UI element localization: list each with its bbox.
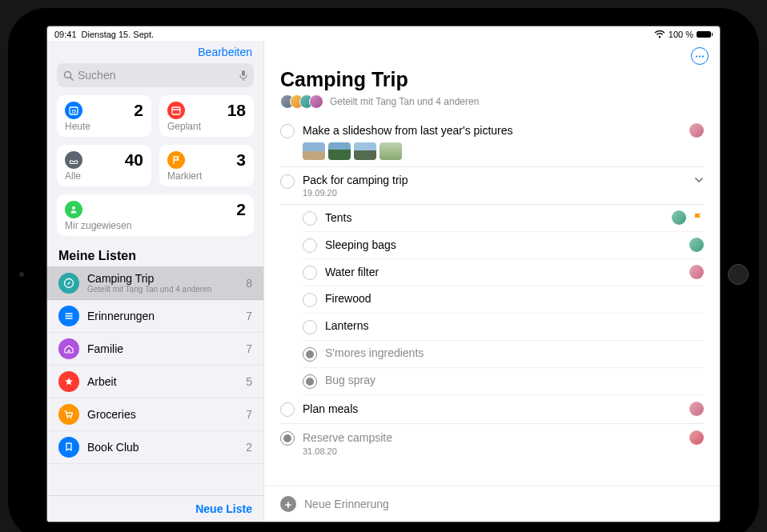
new-list-button[interactable]: Neue Liste <box>47 495 263 522</box>
sidebar-list-item[interactable]: Familie 7 <box>47 333 263 366</box>
svg-point-14 <box>696 55 697 57</box>
list-name: Erinnerungen <box>87 310 238 322</box>
list-icon <box>58 371 79 392</box>
new-reminder-button[interactable]: + Neue Erinnerung <box>264 486 720 522</box>
completion-radio[interactable] <box>303 374 317 389</box>
completion-radio[interactable] <box>280 431 295 446</box>
svg-point-16 <box>702 55 704 57</box>
flag-icon <box>693 212 704 223</box>
my-lists-title: Meine Listen <box>47 244 263 266</box>
list-count: 7 <box>246 310 252 322</box>
assignee-avatar <box>689 238 704 252</box>
svg-text:15: 15 <box>71 109 76 114</box>
more-button[interactable] <box>691 47 709 65</box>
smart-scheduled[interactable]: 18 Geplant <box>159 95 254 137</box>
reminder-item[interactable]: Bug spray <box>303 368 704 395</box>
smart-assigned[interactable]: 2 Mir zugewiesen <box>57 194 254 236</box>
list-icon <box>58 273 79 294</box>
list-icon <box>58 437 79 458</box>
reminder-title: Plan meals <box>303 402 683 415</box>
list-count: 7 <box>246 408 252 421</box>
reminder-title: Lanterns <box>325 319 704 332</box>
shared-with-row[interactable]: Geteilt mit Tang Tan und 4 anderen <box>264 94 720 117</box>
reminder-item[interactable]: S'mores ingredients <box>303 341 704 368</box>
assignee-avatar <box>689 430 704 445</box>
plus-icon: + <box>280 496 296 512</box>
completion-radio[interactable] <box>280 124 295 138</box>
svg-point-13 <box>70 417 72 418</box>
search-placeholder: Suchen <box>78 69 115 82</box>
reminder-date: 19.09.20 <box>303 188 704 198</box>
smart-today[interactable]: 15 2 Heute <box>57 95 151 137</box>
completion-radio[interactable] <box>280 402 295 417</box>
reminder-title: Make a slideshow from last year's pictur… <box>303 124 683 137</box>
reminder-title: Bug spray <box>325 374 704 386</box>
edit-button[interactable]: Bearbeiten <box>47 41 263 63</box>
home-button[interactable] <box>728 264 749 285</box>
share-avatars <box>280 94 323 109</box>
list-name: Groceries <box>87 408 238 421</box>
reminder-item[interactable]: Firewood <box>303 286 704 314</box>
completion-radio[interactable] <box>303 320 317 334</box>
reminder-item[interactable]: Water filter <box>303 259 704 286</box>
reminder-item[interactable]: Lanterns <box>303 314 704 341</box>
reminder-title: Firewood <box>325 292 704 305</box>
list-subtitle: Geteilt mit Tang Tan und 4 anderen <box>87 285 238 294</box>
sidebar-list-item[interactable]: Camping Trip Geteilt mit Tang Tan und 4 … <box>47 266 263 300</box>
smart-all[interactable]: 40 Alle <box>57 145 151 186</box>
completion-radio[interactable] <box>303 293 317 307</box>
list-name: Familie <box>87 342 238 355</box>
list-title: Camping Trip <box>264 66 720 94</box>
svg-rect-5 <box>172 107 180 114</box>
assignee-avatar <box>689 402 704 416</box>
reminder-item[interactable]: Sleeping bags <box>303 232 704 259</box>
reminder-title: S'mores ingredients <box>325 346 704 359</box>
svg-point-15 <box>699 55 701 57</box>
reminder-title: Pack for camping trip <box>303 174 688 186</box>
mic-icon[interactable] <box>239 70 247 81</box>
chevron-down-icon[interactable] <box>694 177 704 183</box>
reminder-title: Tents <box>325 211 665 224</box>
completion-radio[interactable] <box>303 266 317 280</box>
reminder-item[interactable]: Tents <box>303 205 704 232</box>
search-input[interactable]: Suchen <box>57 63 254 87</box>
assignee-avatar <box>689 123 704 138</box>
sidebar: Bearbeiten Suchen 15 2 Heut <box>47 41 263 522</box>
attachment-thumbs[interactable] <box>303 142 704 160</box>
svg-point-12 <box>67 417 69 418</box>
list-name: Book Club <box>87 441 238 454</box>
sidebar-list-item[interactable]: Book Club 2 <box>47 431 263 464</box>
list-icon <box>58 338 79 359</box>
completion-radio[interactable] <box>303 347 317 362</box>
search-icon <box>63 70 74 81</box>
person-icon <box>65 201 82 218</box>
subtasks: Tents Sleeping bags Water filter <box>280 205 704 395</box>
completion-radio[interactable] <box>303 211 317 226</box>
reminder-title: Sleeping bags <box>325 238 683 251</box>
reminder-item[interactable]: Reserve campsite 31.08.20 <box>280 424 704 462</box>
svg-point-7 <box>72 206 75 210</box>
reminder-item[interactable]: Pack for camping trip 19.09.20 <box>280 167 704 205</box>
list-icon <box>58 306 79 326</box>
tray-icon <box>65 151 82 169</box>
svg-line-1 <box>70 77 74 80</box>
reminder-item[interactable]: Plan meals <box>280 395 704 424</box>
list-name: Arbeit <box>87 375 238 388</box>
shared-text: Geteilt mit Tang Tan und 4 anderen <box>330 96 479 107</box>
svg-rect-2 <box>242 70 245 76</box>
calendar-today-icon: 15 <box>65 102 82 119</box>
list-count: 7 <box>246 342 252 355</box>
list-count: 8 <box>246 277 252 290</box>
sidebar-list-item[interactable]: Erinnerungen 7 <box>47 300 263 333</box>
list-count: 5 <box>246 375 252 388</box>
smart-flagged[interactable]: 3 Markiert <box>159 145 254 186</box>
reminder-title: Reserve campsite <box>303 431 683 444</box>
completion-radio[interactable] <box>303 238 317 253</box>
reminder-item[interactable]: Make a slideshow from last year's pictur… <box>280 117 704 167</box>
list-count: 2 <box>246 441 252 454</box>
completion-radio[interactable] <box>280 174 295 189</box>
sidebar-list-item[interactable]: Groceries 7 <box>47 398 263 431</box>
detail-pane: Camping Trip Geteilt mit Tang Tan und 4 … <box>263 41 720 522</box>
flag-icon <box>167 151 185 169</box>
sidebar-list-item[interactable]: Arbeit 5 <box>47 366 263 398</box>
